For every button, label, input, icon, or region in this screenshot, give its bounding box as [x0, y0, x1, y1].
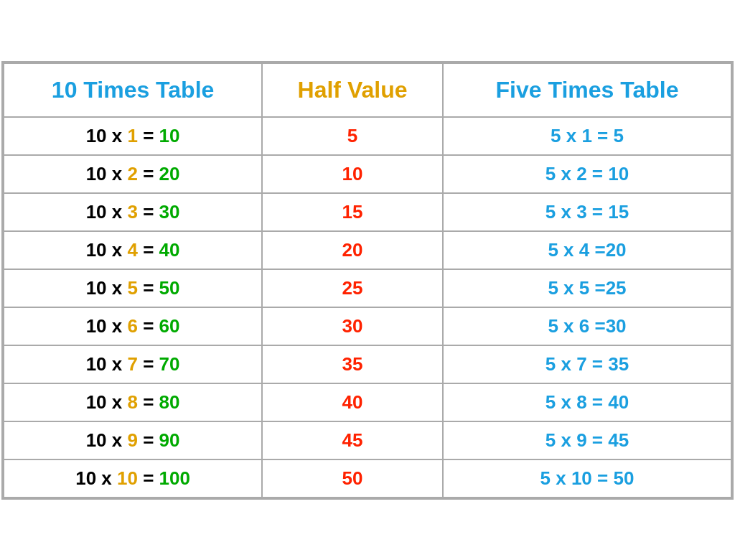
half-value-cell: 50 [262, 459, 443, 498]
col2-header: Half Value [262, 63, 443, 117]
ten-multiplier: 9 [127, 429, 137, 451]
ten-multiplier: 7 [127, 353, 137, 375]
ten-result: 20 [159, 163, 180, 185]
ten-equals: = [138, 163, 159, 185]
ten-prefix: 10 x [86, 391, 128, 413]
ten-times-cell: 10 x 1 = 10 [4, 117, 262, 155]
main-table-container: 10 Times Table Half Value Five Times Tab… [1, 61, 734, 500]
half-value-cell: 5 [262, 117, 443, 155]
ten-equals: = [138, 467, 159, 489]
ten-times-cell: 10 x 7 = 70 [4, 345, 262, 383]
ten-result: 50 [159, 277, 180, 299]
five-equation: 5 x 10 = 50 [540, 467, 635, 489]
ten-prefix: 10 x [86, 201, 128, 223]
ten-multiplier: 2 [127, 163, 137, 185]
five-equation: 5 x 7 = 35 [546, 353, 629, 375]
half-value-cell: 30 [262, 307, 443, 345]
ten-result: 70 [159, 353, 180, 375]
ten-times-cell: 10 x 9 = 90 [4, 421, 262, 459]
ten-result: 40 [159, 239, 180, 261]
col1-header: 10 Times Table [4, 63, 262, 117]
five-equation: 5 x 8 = 40 [546, 391, 629, 413]
ten-times-cell: 10 x 2 = 20 [4, 155, 262, 193]
ten-result: 30 [159, 201, 180, 223]
col3-header: Five Times Table [443, 63, 731, 117]
ten-prefix: 10 x [86, 353, 128, 375]
table-row: 10 x 4 = 40205 x 4 =20 [4, 231, 731, 269]
five-equation: 5 x 4 =20 [548, 239, 626, 261]
five-times-cell: 5 x 3 = 15 [443, 193, 731, 231]
five-times-cell: 5 x 4 =20 [443, 231, 731, 269]
ten-multiplier: 8 [127, 391, 137, 413]
ten-times-cell: 10 x 10 = 100 [4, 459, 262, 498]
table-row: 10 x 9 = 90455 x 9 = 45 [4, 421, 731, 459]
ten-equals: = [138, 353, 159, 375]
ten-times-cell: 10 x 3 = 30 [4, 193, 262, 231]
half-value-cell: 40 [262, 383, 443, 421]
table-row: 10 x 5 = 50255 x 5 =25 [4, 269, 731, 307]
ten-prefix: 10 x [86, 315, 128, 337]
half-value-cell: 45 [262, 421, 443, 459]
five-equation: 5 x 9 = 45 [546, 429, 629, 451]
five-times-cell: 5 x 1 = 5 [443, 117, 731, 155]
ten-times-cell: 10 x 8 = 80 [4, 383, 262, 421]
ten-result: 10 [159, 125, 180, 146]
five-equation: 5 x 6 =30 [548, 315, 626, 337]
ten-equals: = [138, 201, 159, 223]
ten-multiplier: 6 [127, 315, 137, 337]
five-times-cell: 5 x 5 =25 [443, 269, 731, 307]
half-value-cell: 25 [262, 269, 443, 307]
five-times-cell: 5 x 6 =30 [443, 307, 731, 345]
ten-prefix: 10 x [86, 277, 128, 299]
ten-prefix: 10 x [86, 429, 128, 451]
five-equation: 5 x 5 =25 [548, 277, 626, 299]
ten-result: 80 [159, 391, 180, 413]
five-times-cell: 5 x 2 = 10 [443, 155, 731, 193]
half-value-cell: 10 [262, 155, 443, 193]
ten-times-cell: 10 x 5 = 50 [4, 269, 262, 307]
table-row: 10 x 10 = 100505 x 10 = 50 [4, 459, 731, 498]
five-equation: 5 x 1 = 5 [551, 125, 624, 146]
ten-multiplier: 1 [127, 125, 137, 146]
ten-equals: = [138, 125, 159, 146]
ten-multiplier: 10 [117, 467, 138, 489]
five-times-cell: 5 x 9 = 45 [443, 421, 731, 459]
five-equation: 5 x 2 = 10 [546, 163, 629, 185]
table-row: 10 x 7 = 70355 x 7 = 35 [4, 345, 731, 383]
ten-result: 60 [159, 315, 180, 337]
ten-result: 90 [159, 429, 180, 451]
five-times-cell: 5 x 7 = 35 [443, 345, 731, 383]
table-row: 10 x 1 = 1055 x 1 = 5 [4, 117, 731, 155]
five-times-cell: 5 x 8 = 40 [443, 383, 731, 421]
table-row: 10 x 2 = 20105 x 2 = 10 [4, 155, 731, 193]
ten-equals: = [138, 315, 159, 337]
ten-prefix: 10 x [86, 239, 128, 261]
ten-multiplier: 3 [127, 201, 137, 223]
ten-times-cell: 10 x 6 = 60 [4, 307, 262, 345]
table-row: 10 x 8 = 80405 x 8 = 40 [4, 383, 731, 421]
ten-equals: = [138, 429, 159, 451]
ten-multiplier: 5 [127, 277, 137, 299]
five-times-cell: 5 x 10 = 50 [443, 459, 731, 498]
ten-prefix: 10 x [75, 467, 117, 489]
ten-equals: = [138, 239, 159, 261]
table-row: 10 x 6 = 60305 x 6 =30 [4, 307, 731, 345]
half-value-cell: 20 [262, 231, 443, 269]
table-row: 10 x 3 = 30155 x 3 = 15 [4, 193, 731, 231]
half-value-cell: 35 [262, 345, 443, 383]
ten-prefix: 10 x [86, 125, 128, 146]
times-table: 10 Times Table Half Value Five Times Tab… [3, 62, 732, 498]
half-value-cell: 15 [262, 193, 443, 231]
five-equation: 5 x 3 = 15 [546, 201, 629, 223]
ten-prefix: 10 x [86, 163, 128, 185]
ten-equals: = [138, 391, 159, 413]
ten-result: 100 [159, 467, 190, 489]
ten-equals: = [138, 277, 159, 299]
ten-multiplier: 4 [127, 239, 137, 261]
ten-times-cell: 10 x 4 = 40 [4, 231, 262, 269]
